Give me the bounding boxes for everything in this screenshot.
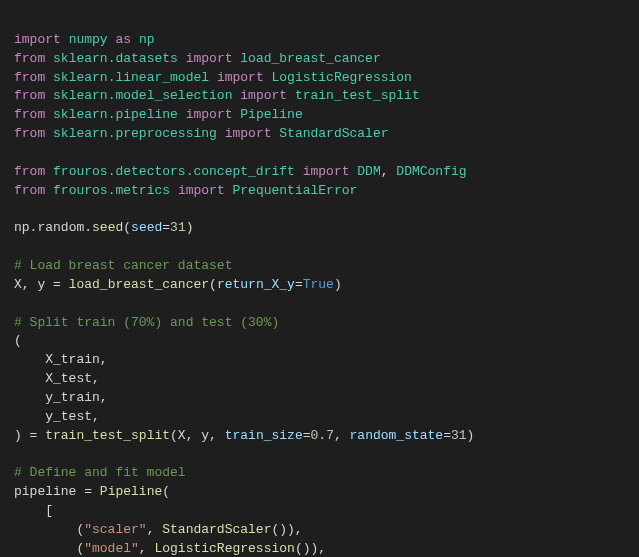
line: # Define and fit model — [14, 465, 186, 480]
line: from sklearn.pipeline import Pipeline — [14, 107, 303, 122]
line: X, y = load_breast_cancer(return_X_y=Tru… — [14, 277, 342, 292]
line: # Load breast cancer dataset — [14, 258, 232, 273]
line: from frouros.metrics import PrequentialE… — [14, 183, 357, 198]
line: ) = train_test_split(X, y, train_size=0.… — [14, 428, 474, 443]
line: from frouros.detectors.concept_drift imp… — [14, 164, 467, 179]
line: # Split train (70%) and test (30%) — [14, 315, 279, 330]
line: [ — [14, 503, 53, 518]
line: from sklearn.preprocessing import Standa… — [14, 126, 389, 141]
line: ( — [14, 333, 22, 348]
line: pipeline = Pipeline( — [14, 484, 170, 499]
line: from sklearn.linear_model import Logisti… — [14, 70, 412, 85]
line: y_train, — [14, 390, 108, 405]
code-block: import numpy as np from sklearn.datasets… — [0, 19, 639, 557]
line: from sklearn.model_selection import trai… — [14, 88, 420, 103]
line: X_test, — [14, 371, 100, 386]
line: ("scaler", StandardScaler()), — [14, 522, 303, 537]
line: ("model", LogisticRegression()), — [14, 541, 326, 556]
line: X_train, — [14, 352, 108, 367]
line: y_test, — [14, 409, 100, 424]
line: from sklearn.datasets import load_breast… — [14, 51, 381, 66]
line: np.random.seed(seed=31) — [14, 220, 194, 235]
line: import numpy as np — [14, 32, 154, 47]
